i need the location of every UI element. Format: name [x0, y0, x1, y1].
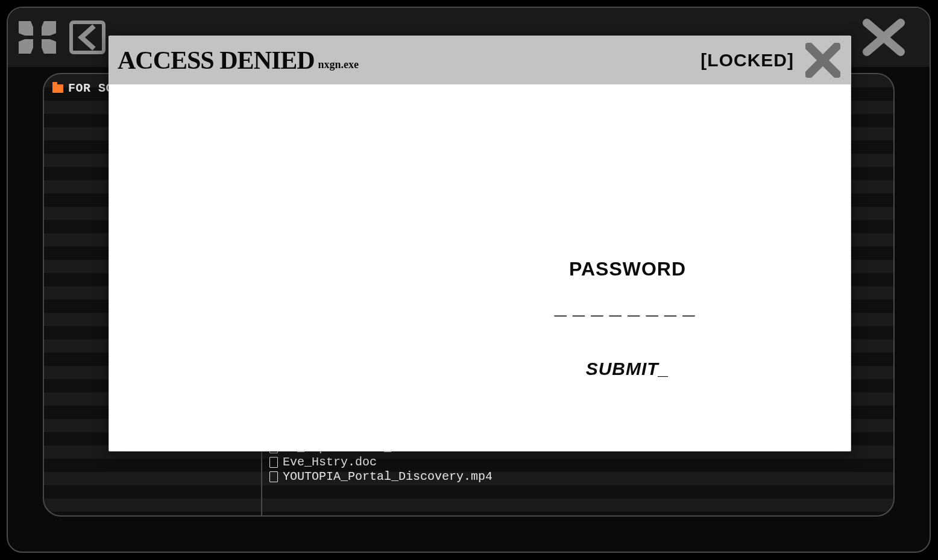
back-icon[interactable] — [69, 20, 105, 54]
file-name: YOUTOPIA_Portal_Discovery.mp4 — [283, 470, 493, 484]
modal-titlebar: ACCESS DENIED nxgn.exe [LOCKED] — [109, 36, 851, 84]
modal-close-icon[interactable] — [804, 41, 842, 80]
svg-rect-5 — [71, 22, 104, 52]
modal-body: PASSWORD ________ SUBMIT_ — [109, 84, 851, 451]
svg-marker-2 — [19, 39, 33, 54]
desktop-close-icon[interactable] — [862, 18, 905, 57]
svg-marker-0 — [19, 21, 33, 36]
modal-status: [LOCKED] — [700, 50, 794, 71]
file-item[interactable]: YOUTOPIA_Portal_Discovery.mp4 — [269, 470, 887, 484]
collapse-icon[interactable] — [19, 21, 56, 54]
document-icon — [269, 457, 278, 468]
modal-subtitle: nxgn.exe — [318, 50, 359, 71]
video-icon — [269, 471, 278, 482]
access-denied-modal: ACCESS DENIED nxgn.exe [LOCKED] PASSWORD… — [109, 36, 851, 451]
folder-icon — [52, 84, 63, 93]
password-label: PASSWORD — [519, 258, 736, 280]
submit-button[interactable]: SUBMIT_ — [586, 359, 670, 379]
modal-title: ACCESS DENIED — [118, 46, 315, 75]
password-block: PASSWORD ________ SUBMIT_ — [519, 258, 736, 379]
file-item[interactable]: Eve_Hstry.doc — [269, 455, 887, 470]
file-name: Eve_Hstry.doc — [283, 455, 377, 470]
svg-marker-1 — [42, 21, 56, 36]
password-input[interactable]: ________ — [519, 297, 736, 320]
svg-marker-3 — [42, 39, 56, 54]
